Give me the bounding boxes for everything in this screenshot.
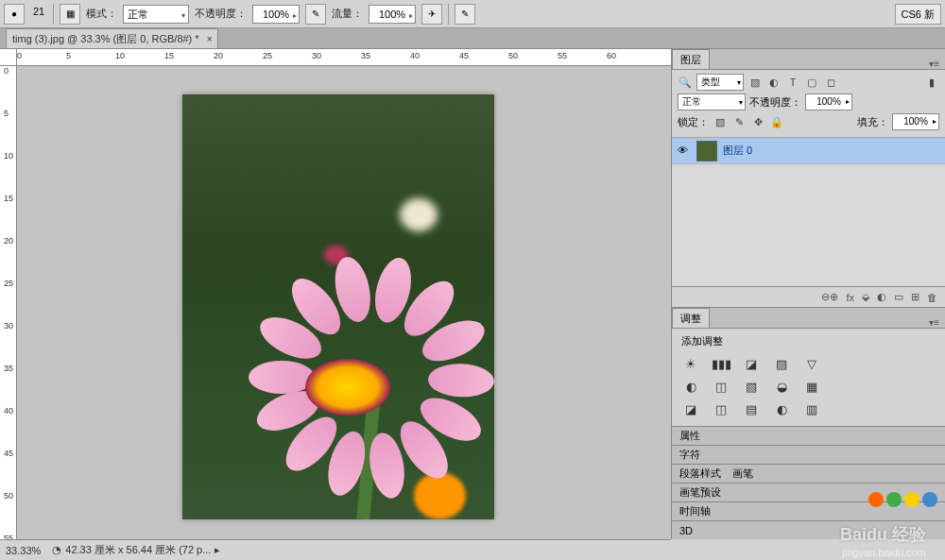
opacity-input[interactable]: 100% <box>252 5 300 24</box>
doc-size-info[interactable]: ◔ 42.33 厘米 x 56.44 厘米 (72 p... ▸ <box>52 543 220 557</box>
layer-blend-select[interactable]: 正常 <box>678 93 746 110</box>
layer-action-icon[interactable]: 🗑 <box>927 292 937 303</box>
brush-preview[interactable]: ● <box>4 4 25 25</box>
adjustment-icon[interactable]: ◪ <box>742 355 761 372</box>
panel-menu-icon[interactable]: ▾≡ <box>923 317 945 328</box>
layer-row[interactable]: 👁 图层 0 <box>672 138 945 164</box>
workspace: 051015202530354045505560 051015202530354… <box>0 49 945 539</box>
status-bar: 33.33% ◔ 42.33 厘米 x 56.44 厘米 (72 p... ▸ <box>0 539 671 560</box>
brush-size[interactable]: 21 <box>30 6 47 23</box>
layers-panel-tabs: 图层 ▾≡ <box>672 49 945 70</box>
zoom-level[interactable]: 33.33% <box>6 545 41 556</box>
adjustment-icon[interactable]: ▦ <box>802 378 821 395</box>
flow-label: 流量： <box>332 7 363 21</box>
image-flower-center <box>305 359 390 416</box>
layer-list: 👁 图层 0 <box>672 138 945 286</box>
share-icon <box>886 492 902 507</box>
layer-action-icon[interactable]: ⊞ <box>911 291 919 303</box>
adjustment-icon[interactable]: ☀ <box>681 355 700 372</box>
layers-controls: 🔍 类型 ▧ ◐ T ▢ ◻ ▮ 正常 不透明度： 100% 锁定： ▨ ✎ ✥… <box>672 70 945 138</box>
adjustment-icon[interactable]: ◐ <box>772 400 791 417</box>
document-tab-bar: timg (3).jpg @ 33.3% (图层 0, RGB/8#) * × <box>0 28 945 49</box>
adjust-title: 添加调整 <box>681 334 936 348</box>
watermark-url: jingyan.baidu.com <box>842 547 926 558</box>
options-bar: ● 21 ▦ 模式： 正常 不透明度： 100% ✎ 流量： 100% ✈ ✎ … <box>0 0 945 28</box>
info-icon: ◔ <box>52 544 61 556</box>
ruler-vertical[interactable]: 051015202530354045505560 <box>0 66 17 539</box>
pressure-opacity-icon[interactable]: ✎ <box>305 4 326 25</box>
share-icon <box>922 492 937 507</box>
canvas-viewport[interactable] <box>17 66 671 539</box>
lock-pixels-icon[interactable]: ✎ <box>731 114 747 129</box>
layer-action-icon[interactable]: fx <box>846 292 854 303</box>
opacity-label: 不透明度： <box>195 7 247 21</box>
tab-character[interactable]: 字符 <box>672 445 945 464</box>
document-canvas[interactable] <box>182 94 494 519</box>
cs6-button[interactable]: CS6 新 <box>895 4 941 25</box>
flow-input[interactable]: 100% <box>369 5 416 24</box>
watermark-brand: Baidu 经验 <box>840 523 926 546</box>
image-detail <box>400 198 438 231</box>
share-icon <box>904 492 919 507</box>
fill-input[interactable]: 100% <box>892 113 939 130</box>
share-icons <box>868 492 937 507</box>
layer-name[interactable]: 图层 0 <box>723 144 752 158</box>
adjustment-icon[interactable]: ◐ <box>681 378 700 395</box>
panels-column: 图层 ▾≡ 🔍 类型 ▧ ◐ T ▢ ◻ ▮ 正常 不透明度： 100% 锁定：… <box>671 49 945 539</box>
tab-properties[interactable]: 属性 <box>672 426 945 445</box>
layer-opacity-label: 不透明度： <box>749 95 801 110</box>
adjust-filter-icon[interactable]: ◐ <box>766 75 782 90</box>
layer-action-icon[interactable]: ▭ <box>894 291 903 303</box>
visibility-icon[interactable]: 👁 <box>678 144 691 158</box>
image-detail <box>414 472 466 519</box>
layer-action-icon[interactable]: ⬙ <box>862 291 869 303</box>
smart-filter-icon[interactable]: ◻ <box>823 75 838 90</box>
adjustment-icon[interactable]: ◪ <box>681 400 700 417</box>
adjustment-icon[interactable]: ▮▮▮ <box>712 355 730 372</box>
divider <box>448 4 449 25</box>
filter-toggle[interactable]: ▮ <box>924 75 939 90</box>
adjustment-icon[interactable]: ▥ <box>802 400 821 417</box>
adjustment-icon[interactable]: ▤ <box>742 400 761 417</box>
tab-adjustments[interactable]: 调整 <box>672 308 710 328</box>
search-icon[interactable]: 🔍 <box>678 75 693 90</box>
fill-label: 填充： <box>857 115 888 129</box>
layer-opacity-input[interactable]: 100% <box>805 93 852 110</box>
document-tab[interactable]: timg (3).jpg @ 33.3% (图层 0, RGB/8#) * × <box>6 28 218 48</box>
pixel-filter-icon[interactable]: ▧ <box>747 75 763 90</box>
close-icon[interactable]: × <box>207 34 213 44</box>
type-filter-icon[interactable]: T <box>785 75 800 90</box>
layer-action-icon[interactable]: ◐ <box>877 291 886 303</box>
tab-layers[interactable]: 图层 <box>672 49 710 69</box>
adjustments-panel: 调整 ▾≡ 添加调整 ☀▮▮▮◪▨▽ ◐◫▧◒▦ ◪◫▤◐▥ <box>672 307 945 426</box>
lock-position-icon[interactable]: ✥ <box>750 114 765 129</box>
share-icon <box>868 492 884 507</box>
adjustment-icon[interactable]: ◒ <box>772 378 791 395</box>
toggle-panel-icon[interactable]: ▦ <box>60 4 80 25</box>
tab-paragraph-styles[interactable]: 段落样式画笔 <box>672 464 945 483</box>
mode-label: 模式： <box>86 7 117 21</box>
lock-label: 锁定： <box>678 115 709 129</box>
blend-mode-select[interactable]: 正常 <box>123 5 189 24</box>
pressure-size-icon[interactable]: ✎ <box>455 4 475 25</box>
lock-transparent-icon[interactable]: ▨ <box>713 114 728 129</box>
shape-filter-icon[interactable]: ▢ <box>804 75 819 90</box>
tab-title: timg (3).jpg @ 33.3% (图层 0, RGB/8#) * <box>12 32 199 46</box>
ruler-horizontal[interactable]: 051015202530354045505560 <box>17 49 671 66</box>
panel-menu-icon[interactable]: ▾≡ <box>923 59 945 69</box>
adjustment-icon[interactable]: ▧ <box>742 378 761 395</box>
canvas-region: 051015202530354045505560 051015202530354… <box>0 49 671 539</box>
ruler-origin[interactable] <box>0 49 17 66</box>
filter-type-select[interactable]: 类型 <box>696 74 744 91</box>
adjustment-icon[interactable]: ◫ <box>712 378 730 395</box>
adjustment-icon[interactable]: ▽ <box>802 355 821 372</box>
lock-all-icon[interactable]: 🔒 <box>769 114 784 129</box>
adjustment-icon[interactable]: ◫ <box>712 400 730 417</box>
layer-action-icon[interactable]: ⊖⊕ <box>821 291 838 303</box>
divider <box>53 4 54 25</box>
layer-thumbnail[interactable] <box>696 141 717 161</box>
layers-footer: ⊖⊕fx⬙◐▭⊞🗑 <box>672 286 945 307</box>
adjustment-icon[interactable]: ▨ <box>772 355 791 372</box>
airbrush-icon[interactable]: ✈ <box>421 4 442 25</box>
